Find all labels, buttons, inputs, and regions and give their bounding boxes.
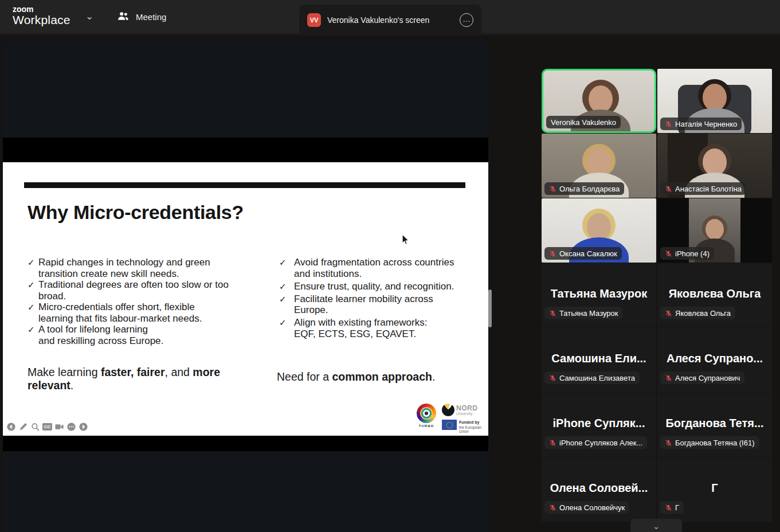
nord-university-logo-icon xyxy=(442,404,454,416)
participant-display-name: Олена Соловей... xyxy=(542,482,656,495)
participant-name-badge: Анастасія Болотіна xyxy=(660,182,746,195)
video-tile-anastasia-bolotina[interactable]: Анастасія Болотіна xyxy=(657,134,772,198)
participant-name-badge: Самошина Елизавета xyxy=(544,371,640,384)
participant-display-name: Алеся Супрано... xyxy=(657,352,772,365)
participant-display-name: Татьяна Мазурок xyxy=(542,287,656,300)
audio-tile[interactable]: Самошина Ели... Самошина Елизавета xyxy=(542,328,656,392)
slide-letterbox-top xyxy=(3,138,488,162)
people-icon xyxy=(117,10,130,24)
participant-name-badge: Богданова Тетяна (І61) xyxy=(660,436,759,449)
participant-name-badge: Наталія Черненко xyxy=(660,118,742,130)
audio-tile[interactable]: Олена Соловей... Олена Соловейчук xyxy=(542,457,656,522)
bullet-item: ✓Avoid fragmentation across countries an… xyxy=(277,257,466,279)
eu-funding-line1: Funded by xyxy=(459,420,479,424)
avatar: VV xyxy=(307,13,321,27)
participant-display-name: Г xyxy=(657,482,772,495)
logo-workplace-text: Workplace xyxy=(13,14,70,26)
collapse-gallery-button[interactable]: ⌄ xyxy=(630,519,682,532)
shared-screen-area: Why Micro-credentials? ✓Rapid changes in… xyxy=(3,41,488,532)
camera-icon[interactable] xyxy=(54,422,64,432)
bullet-item: ✓Traditional degrees are often too slow … xyxy=(28,279,240,302)
zoom-workplace-logo: zoom Workplace xyxy=(13,5,70,26)
participant-name-badge: Олена Соловейчук xyxy=(544,501,629,514)
main-scrollbar-thumb[interactable] xyxy=(488,290,492,327)
slide-right-column: ✓Avoid fragmentation across countries an… xyxy=(277,257,466,341)
video-tile-olga-boldareva[interactable]: Ольга Болдарєва xyxy=(542,134,656,198)
video-tile-oksana-sakalyuk[interactable]: Оксана Сакалюк xyxy=(542,198,656,263)
presentation-slide: Why Micro-credentials? ✓Rapid changes in… xyxy=(3,162,488,436)
audio-tile[interactable]: Богданова Тетя... Богданова Тетяна (І61) xyxy=(657,393,772,457)
participant-display-name: Яковлєва Ольга xyxy=(657,287,772,300)
slideshow-toolbar: CC xyxy=(6,422,88,432)
more-options-icon[interactable]: … xyxy=(460,13,473,27)
tab-screen-share[interactable]: VV Veronika Vakulenko's screen … xyxy=(299,5,481,36)
participant-name-badge: Оксана Сакалюк xyxy=(544,247,622,260)
chevron-down-icon[interactable]: ⌄ xyxy=(85,10,93,22)
magnifier-icon[interactable] xyxy=(30,422,40,432)
logo-zoom-text: zoom xyxy=(13,5,70,14)
tab-screen-share-label: Veronika Vakulenko's screen xyxy=(327,15,453,25)
zoom-tab-bar: zoom Workplace ⌄ Meeting VV Veronika Vak… xyxy=(0,0,780,36)
pen-icon[interactable] xyxy=(18,422,28,432)
bullet-item: ✓Align with existing frameworks: EQF, EC… xyxy=(277,317,466,339)
nord-logo-subtitle: University xyxy=(456,412,473,416)
nord-logo-name: NORD xyxy=(456,404,477,412)
audio-tile[interactable]: Г Г xyxy=(657,457,772,522)
slide-letterbox-bottom xyxy=(3,436,488,451)
participant-display-name: iPhone Супляк... xyxy=(542,417,656,430)
tab-meeting-label: Meeting xyxy=(136,12,166,22)
participant-name-badge: Алеся Супранович xyxy=(660,371,744,384)
audio-tile[interactable]: Алеся Супрано... Алеся Супранович xyxy=(657,328,772,392)
participant-display-name: Богданова Тетя... xyxy=(657,417,772,430)
bullet-item: ✓Rapid changes in technology and green t… xyxy=(28,257,240,279)
audio-tile[interactable]: Татьяна Мазурок Татьяна Мазурок xyxy=(542,263,656,327)
chevron-down-icon: ⌄ xyxy=(653,521,660,531)
turbo-logo-label: TURBO xyxy=(414,424,438,428)
turbo-logo-icon xyxy=(417,404,436,423)
participant-name-badge: iPhone (4) xyxy=(660,247,714,260)
bullet-item: ✓Facilitate learner mobility across Euro… xyxy=(277,294,466,316)
audio-tile[interactable]: Яковлєва Ольга Яковлєва Ольга xyxy=(657,263,772,327)
mouse-cursor xyxy=(402,234,409,245)
participant-name-badge: iPhone Супляков Алек... xyxy=(544,436,647,449)
participant-name-badge: Ольга Болдарєва xyxy=(544,182,624,195)
next-slide-icon[interactable] xyxy=(79,422,88,432)
bullet-item: ✓Micro-credentials offer short, flexible… xyxy=(28,302,240,324)
video-tile-veronika-vakulenko[interactable]: Veronika Vakulenko xyxy=(542,69,656,133)
bullet-item: ✓A tool for lifelong learning and reskil… xyxy=(28,324,240,346)
slide-left-column: ✓Rapid changes in technology and green t… xyxy=(28,257,240,346)
tab-meeting[interactable]: Meeting xyxy=(117,0,166,33)
participant-display-name: Самошина Ели... xyxy=(542,352,656,365)
participant-name-badge: Г xyxy=(660,501,684,514)
audio-tile[interactable]: iPhone Супляк... iPhone Супляков Алек... xyxy=(542,393,656,457)
slide-footer-left: Make learning faster, fairer, and more r… xyxy=(28,366,234,392)
slide-footer-right: Need for a common approach. xyxy=(277,370,466,384)
slide-accent-bar xyxy=(24,182,465,188)
video-tile-iphone-4[interactable]: iPhone (4) xyxy=(657,198,772,263)
participant-name-badge: Яковлєва Ольга xyxy=(660,307,735,319)
participant-name-badge: Veronika Vakulenko xyxy=(546,116,621,128)
previous-slide-icon[interactable] xyxy=(6,422,16,432)
participants-gallery: Veronika Vakulenko Наталія Черненко Ольг… xyxy=(542,69,772,532)
video-tile-natalia-chernenko[interactable]: Наталія Черненко xyxy=(657,69,772,133)
closed-captions-icon[interactable]: CC xyxy=(42,423,52,431)
bullet-item: ✓Ensure trust, quality, and recognition. xyxy=(277,281,466,292)
slide-logos: TURBO NORD University Funded by the Euro… xyxy=(413,402,485,433)
more-options-icon[interactable] xyxy=(66,422,76,432)
eu-flag-icon xyxy=(442,420,457,430)
slide-title: Why Micro-credentials? xyxy=(28,201,244,224)
eu-funding-line2: the European Union xyxy=(459,425,485,433)
participant-name-badge: Татьяна Мазурок xyxy=(544,307,622,319)
